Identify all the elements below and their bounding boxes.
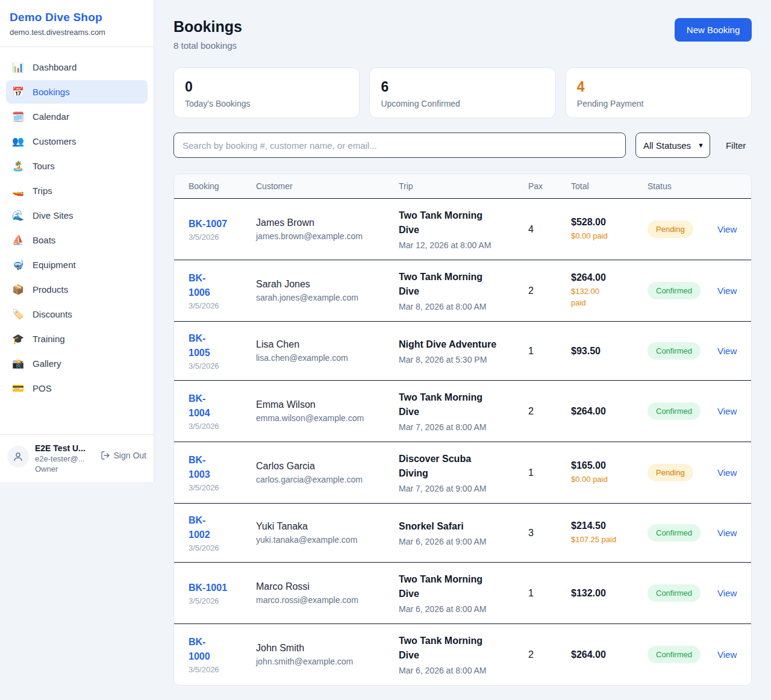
table-row: BK- 1006 3/5/2026 Sarah Jones sarah.jone… <box>174 260 751 322</box>
sidebar-item-label: Products <box>33 284 68 295</box>
total-cell: $165.00 $0.00 paid <box>571 460 648 486</box>
view-link[interactable]: View <box>717 224 737 234</box>
sidebar-item-label: Tours <box>33 161 55 171</box>
sidebar-item-boats[interactable]: ⛵ Boats <box>6 228 148 252</box>
sidebar-item-bookings[interactable]: 📅 Bookings <box>6 80 148 104</box>
sidebar-item-calendar[interactable]: 🗓️ Calendar <box>6 105 148 128</box>
sidebar-item-training[interactable]: 🎓 Training <box>6 327 148 351</box>
trip-datetime: Mar 6, 2026 at 8:00 AM <box>399 604 528 614</box>
trip-datetime: Mar 8, 2026 at 5:30 PM <box>399 355 528 364</box>
sidebar-item-tours[interactable]: 🏝️ Tours <box>6 154 148 178</box>
user-email: e2e-tester@... <box>35 454 95 463</box>
status-cell: Confirmed <box>648 646 717 663</box>
status-badge: Confirmed <box>648 646 701 663</box>
package-icon: 📦 <box>12 284 24 295</box>
status-badge: Pending <box>648 464 693 481</box>
booking-number-link[interactable]: BK- 1006 <box>189 271 256 299</box>
pax-count: 2 <box>528 286 571 296</box>
credit-card-icon: 💳 <box>12 383 24 394</box>
booking-number-link[interactable]: BK- 1000 <box>189 635 256 663</box>
total-amount: $264.00 <box>571 406 648 417</box>
sidebar-item-products[interactable]: 📦 Products <box>6 278 148 301</box>
booking-number-link[interactable]: BK- 1003 <box>189 453 256 481</box>
calendar-icon: 📅 <box>12 86 24 98</box>
trip-datetime: Mar 6, 2026 at 8:00 AM <box>399 666 528 675</box>
sidebar-item-trips[interactable]: 🚤 Trips <box>6 179 148 202</box>
sidebar-item-dashboard[interactable]: 📊 Dashboard <box>6 55 148 79</box>
customer-name: Emma Wilson <box>256 399 399 410</box>
customer-cell: Marco Rossi marco.rossi@example.com <box>256 581 399 605</box>
new-booking-button[interactable]: New Booking <box>675 18 752 42</box>
search-input[interactable] <box>173 133 626 158</box>
booking-number-link[interactable]: BK-1001 <box>189 581 256 595</box>
total-cell: $528.00 $0.00 paid <box>571 217 648 242</box>
status-cell: Pending <box>648 464 717 481</box>
column-header-booking: Booking <box>189 181 256 191</box>
sign-out-button[interactable]: Sign Out <box>101 451 146 460</box>
bar-chart-icon: 📊 <box>12 61 24 73</box>
status-badge: Confirmed <box>648 524 701 542</box>
sidebar-item-label: Dashboard <box>33 62 76 72</box>
booking-number-link[interactable]: BK- 1004 <box>189 392 256 419</box>
speedboat-icon: 🚤 <box>12 185 24 196</box>
sidebar-item-label: Equipment <box>33 260 76 270</box>
main-content: Bookings 8 total bookings New Booking 0 … <box>154 0 771 700</box>
status-cell: Confirmed <box>648 584 717 602</box>
trip-name: Two Tank Morning Dive <box>399 634 528 663</box>
booking-cell: BK-1007 3/5/2026 <box>189 217 256 242</box>
sidebar-item-customers[interactable]: 👥 Customers <box>6 130 148 153</box>
status-cell: Confirmed <box>648 402 717 420</box>
sidebar-item-equipment[interactable]: 🤿 Equipment <box>6 253 148 277</box>
booking-date: 3/5/2026 <box>189 596 256 605</box>
total-amount: $528.00 <box>571 217 648 228</box>
page-subtitle: 8 total bookings <box>173 40 242 51</box>
column-header-pax: Pax <box>528 181 571 191</box>
customer-cell: John Smith john.smith@example.com <box>256 643 399 666</box>
customer-cell: Carlos Garcia carlos.garcia@example.com <box>256 461 399 484</box>
trip-cell: Snorkel Safari Mar 6, 2026 at 9:00 AM <box>399 519 528 546</box>
stat-card: 0 Today's Bookings <box>173 67 360 118</box>
table-row: BK- 1005 3/5/2026 Lisa Chen lisa.chen@ex… <box>174 322 751 381</box>
view-link[interactable]: View <box>717 286 737 296</box>
view-link[interactable]: View <box>717 649 737 660</box>
view-link[interactable]: View <box>717 467 737 478</box>
status-select-wrap: All Statuses ▼ <box>635 133 710 158</box>
booking-number-link[interactable]: BK- 1005 <box>189 331 256 359</box>
paid-amount: $0.00 paid <box>571 474 648 486</box>
pax-count: 1 <box>528 588 571 599</box>
stat-value: 4 <box>577 79 740 95</box>
trip-cell: Two Tank Morning Dive Mar 8, 2026 at 8:0… <box>399 270 528 311</box>
camera-icon: 📸 <box>12 358 24 369</box>
view-link[interactable]: View <box>717 588 737 598</box>
booking-cell: BK- 1000 3/5/2026 <box>189 635 256 673</box>
booking-cell: BK- 1005 3/5/2026 <box>189 331 256 370</box>
sidebar-item-discounts[interactable]: 🏷️ Discounts <box>6 302 148 326</box>
sidebar-item-dive-sites[interactable]: 🌊 Dive Sites <box>6 204 148 227</box>
sidebar-item-pos[interactable]: 💳 POS <box>6 377 148 400</box>
pax-count: 2 <box>528 406 571 417</box>
view-link[interactable]: View <box>717 406 737 416</box>
customer-cell: James Brown james.brown@example.com <box>256 217 399 241</box>
trip-name: Snorkel Safari <box>399 519 528 534</box>
page-title: Bookings <box>173 18 242 36</box>
sidebar-item-gallery[interactable]: 📸 Gallery <box>6 352 148 375</box>
sign-out-icon <box>101 451 110 460</box>
customer-name: John Smith <box>256 643 399 654</box>
status-select[interactable]: All Statuses <box>635 133 710 158</box>
view-link[interactable]: View <box>717 346 737 356</box>
booking-number-link[interactable]: BK-1007 <box>189 217 256 231</box>
filter-button[interactable]: Filter <box>720 140 752 151</box>
page-title-block: Bookings 8 total bookings <box>173 18 242 51</box>
trip-datetime: Mar 6, 2026 at 9:00 AM <box>399 537 528 546</box>
user-meta: E2E Test U... e2e-tester@... Owner <box>35 443 95 473</box>
customer-name: Carlos Garcia <box>256 461 399 472</box>
status-badge: Confirmed <box>648 584 701 602</box>
booking-cell: BK- 1004 3/5/2026 <box>189 392 256 430</box>
trip-cell: Two Tank Morning Dive Mar 6, 2026 at 8:0… <box>399 572 528 614</box>
bookings-table: Booking Customer Trip Pax Total Status B… <box>173 173 752 686</box>
booking-number-link[interactable]: BK- 1002 <box>189 513 256 541</box>
view-link[interactable]: View <box>717 528 737 538</box>
customer-email: carlos.garcia@example.com <box>256 475 399 484</box>
sidebar-item-label: Discounts <box>33 309 72 319</box>
total-amount: $165.00 <box>571 460 648 471</box>
